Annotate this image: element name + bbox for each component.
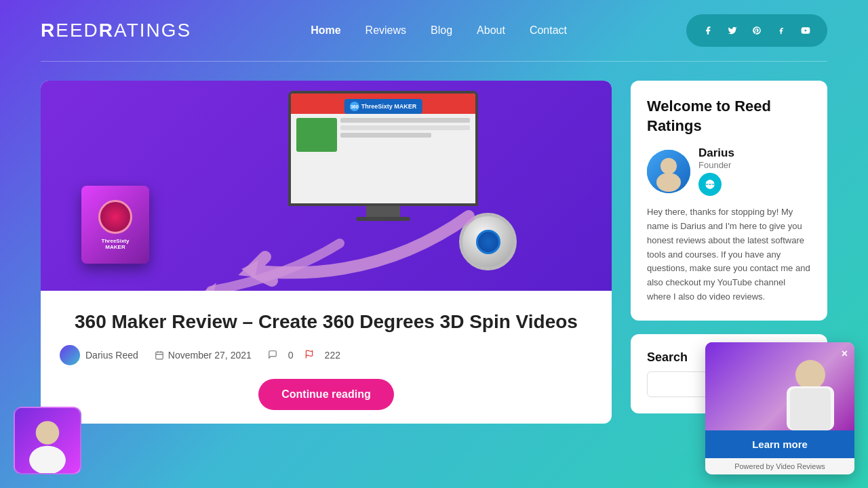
welcome-widget: Welcome to Reed Ratings [631, 81, 827, 321]
article-date: November 27, 2021 [155, 350, 252, 361]
learn-more-button[interactable]: Learn more [705, 430, 854, 458]
svg-point-11 [656, 173, 681, 192]
author-avatar [647, 150, 690, 193]
author-name: Darius Reed [85, 350, 138, 361]
svg-marker-3 [203, 283, 216, 291]
svg-point-15 [36, 421, 60, 445]
nav-reviews[interactable]: Reviews [366, 24, 406, 37]
nav-about[interactable]: About [477, 24, 505, 37]
article-stats: 0 222 [268, 350, 340, 361]
welcome-title: Welcome to Reed Ratings [647, 97, 811, 136]
social-icons-bar [686, 14, 827, 47]
video-popup: × Learn more Powered by Video Reviews [705, 342, 854, 474]
popup-thumbnail [705, 342, 854, 430]
author-info: Darius Founder [647, 146, 811, 196]
views-count: 222 [325, 350, 340, 361]
nav-contact[interactable]: Contact [530, 24, 567, 37]
author-display-name: Darius [698, 146, 734, 160]
header: REEDRATINGS Home Reviews Blog About Cont… [0, 0, 868, 61]
facebook-icon[interactable] [698, 21, 717, 40]
svg-rect-4 [156, 352, 163, 360]
nav-blog[interactable]: Blog [431, 24, 452, 37]
author-bio: Hey there, thanks for stopping by! My na… [647, 205, 811, 304]
nav-home[interactable]: Home [311, 24, 340, 37]
popup-close-button[interactable]: × [842, 348, 848, 360]
publish-date: November 27, 2021 [168, 350, 252, 361]
svg-point-17 [795, 360, 825, 390]
views-icon [304, 350, 314, 361]
article-meta: Darius Reed November 27, 2021 0 222 [60, 345, 593, 365]
pinterest-icon[interactable] [747, 21, 766, 40]
comments-icon [268, 350, 277, 361]
article-card: 360 ThreeSixty MAKER ThreeSixtyMAKER [41, 81, 612, 424]
svg-point-16 [29, 446, 66, 474]
floating-avatar[interactable] [14, 407, 81, 474]
svg-marker-2 [241, 260, 258, 279]
comments-count: 0 [288, 350, 294, 361]
main-nav: Home Reviews Blog About Contact [311, 24, 567, 37]
author-role: Founder [698, 160, 734, 170]
article-body: 360 Maker Review – Create 360 Degrees 3D… [41, 291, 612, 424]
author-link-button[interactable] [698, 173, 722, 196]
youtube-icon[interactable] [796, 21, 815, 40]
svg-rect-19 [790, 388, 831, 430]
article-image: 360 ThreeSixty MAKER ThreeSixtyMAKER [41, 81, 612, 291]
svg-point-10 [660, 158, 677, 174]
article-author: Darius Reed [60, 345, 138, 365]
tumblr-icon[interactable] [772, 21, 791, 40]
author-avatar-small [60, 345, 80, 365]
site-logo[interactable]: REEDRATINGS [41, 20, 191, 41]
article-title: 360 Maker Review – Create 360 Degrees 3D… [60, 310, 593, 334]
continue-reading-button[interactable]: Continue reading [258, 379, 394, 410]
powered-by-label: Powered by Video Reviews [705, 458, 854, 474]
twitter-icon[interactable] [723, 21, 742, 40]
